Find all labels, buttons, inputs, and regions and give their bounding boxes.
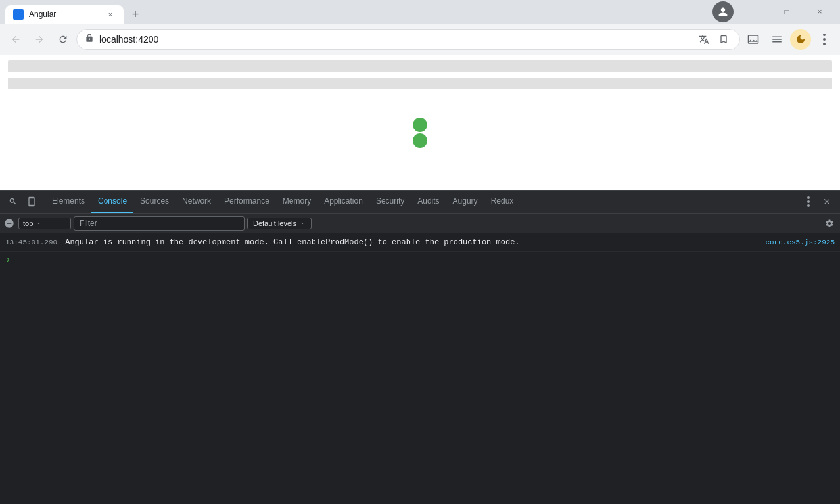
bookmark-icon[interactable] <box>716 32 732 47</box>
loading-bar-2 <box>8 78 832 89</box>
message-timestamp: 13:45:01.290 <box>5 239 57 246</box>
tab-close-button[interactable]: × <box>105 9 116 20</box>
tab-sources[interactable]: Sources <box>133 191 175 213</box>
profile-button[interactable] <box>712 1 734 22</box>
devtools-header: Elements Console Sources Network Perform… <box>0 191 840 214</box>
angular-logo <box>413 118 427 148</box>
log-levels-selector[interactable]: Default levels <box>247 218 312 229</box>
console-content: 13:45:01.290 Angular is running in the d… <box>0 233 840 504</box>
devtools-tabs: Elements Console Sources Network Perform… <box>45 191 795 213</box>
tab-network[interactable]: Network <box>175 191 218 213</box>
console-settings-button[interactable] <box>822 216 837 231</box>
url-actions <box>696 32 732 47</box>
devtools-left-icons <box>0 191 45 213</box>
maximize-button[interactable]: □ <box>772 1 802 22</box>
angular-circle-top <box>413 118 427 132</box>
reload-button[interactable] <box>53 29 74 50</box>
sidebar-button[interactable] <box>766 29 787 50</box>
tab-console[interactable]: Console <box>91 191 133 213</box>
svg-point-4 <box>807 200 810 203</box>
more-button[interactable] <box>814 29 835 50</box>
tab-memory[interactable]: Memory <box>276 191 317 213</box>
window-controls: — □ × <box>712 1 835 22</box>
translate-icon[interactable] <box>696 32 712 47</box>
devtools-more-button[interactable] <box>801 194 816 210</box>
browser-content: Elements Console Sources Network Perform… <box>0 55 840 504</box>
screenshot-button[interactable] <box>743 29 764 50</box>
dark-mode-button[interactable] <box>790 29 811 50</box>
devtools-panel: Elements Console Sources Network Perform… <box>0 190 840 504</box>
close-button[interactable]: × <box>805 1 835 22</box>
tab-audits[interactable]: Audits <box>411 191 446 213</box>
context-selector[interactable]: top <box>18 218 71 229</box>
page-area <box>0 55 840 190</box>
angular-circle-bottom <box>413 133 427 148</box>
tab-favicon <box>13 9 24 20</box>
title-bar: Angular × + — □ × <box>0 0 840 24</box>
svg-point-0 <box>823 34 826 36</box>
inspect-element-button[interactable] <box>5 194 21 210</box>
chrome-window: Angular × + — □ × localhost: <box>0 0 840 504</box>
svg-point-5 <box>807 204 810 207</box>
svg-point-1 <box>823 38 826 41</box>
console-input-row[interactable]: › <box>0 252 840 267</box>
svg-point-2 <box>823 43 826 45</box>
svg-point-3 <box>807 196 810 199</box>
filter-input[interactable] <box>74 216 245 231</box>
clear-console-button[interactable] <box>3 217 16 230</box>
lock-icon <box>85 34 94 45</box>
tab-redux[interactable]: Redux <box>484 191 521 213</box>
toolbar-right <box>743 29 835 50</box>
tab-bar: Angular × + <box>5 0 712 24</box>
devtools-actions <box>795 191 840 213</box>
tab-performance[interactable]: Performance <box>218 191 276 213</box>
minimize-button[interactable]: — <box>739 1 769 22</box>
active-tab[interactable]: Angular × <box>5 5 124 24</box>
tab-augury[interactable]: Augury <box>446 191 484 213</box>
loading-bar-1 <box>8 60 832 72</box>
message-source[interactable]: core.es5.js:2925 <box>765 239 835 246</box>
console-message: 13:45:01.290 Angular is running in the d… <box>0 233 840 252</box>
devtools-close-button[interactable] <box>819 194 835 210</box>
back-button[interactable] <box>5 29 26 50</box>
caret-symbol: › <box>5 254 11 265</box>
tab-elements[interactable]: Elements <box>45 191 91 213</box>
url-text: localhost:4200 <box>99 34 691 45</box>
url-bar[interactable]: localhost:4200 <box>76 29 740 50</box>
device-toolbar-button[interactable] <box>24 194 39 210</box>
message-text: Angular is running in the development mo… <box>65 238 765 247</box>
tab-security[interactable]: Security <box>369 191 411 213</box>
address-bar: localhost:4200 <box>0 24 840 55</box>
tab-title: Angular <box>29 10 100 19</box>
forward-button[interactable] <box>29 29 50 50</box>
tab-application[interactable]: Application <box>317 191 369 213</box>
console-toolbar: top Default levels <box>0 214 840 233</box>
new-tab-button[interactable]: + <box>126 5 145 24</box>
